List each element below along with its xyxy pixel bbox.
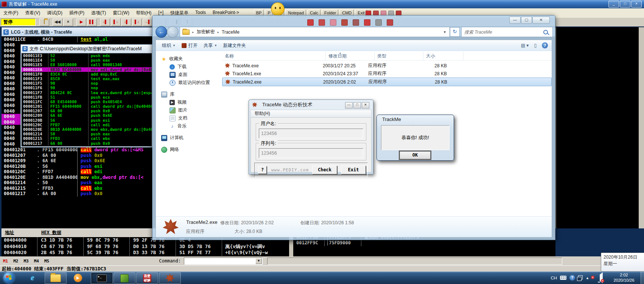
file-disasm-row[interactable]: 000011FB51push ecx xyxy=(22,95,152,99)
toolbar-button[interactable]: ▌↓ xyxy=(111,19,121,26)
navigation-pane[interactable]: ★收藏夹↓下载桌面最近访问的位置库▶视频图片文档♪音乐计算机网络 xyxy=(156,51,219,216)
menu-item[interactable]: 窗口(W) xyxy=(109,10,132,16)
hexdump-row[interactable]: 00404010C8 67 7B 769F 68 79 76D0 13 7B 7… xyxy=(2,244,289,250)
sidebar-item-star[interactable]: ★收藏夹 xyxy=(156,55,219,63)
open-button[interactable]: 打开 xyxy=(182,42,198,49)
sidebar-item[interactable]: 文档 xyxy=(156,114,219,122)
plugin-icon[interactable] xyxy=(330,19,336,26)
file-disasm-row[interactable]: 0000120E8B1D A4404000mov ebx,dword ptr d… xyxy=(22,127,152,132)
breadcrumb-path[interactable]: ▸加密解密▸TraceMe xyxy=(190,29,240,35)
toolbar-button[interactable]: →▌ xyxy=(143,19,152,26)
volume-icon[interactable]: ✕ xyxy=(600,275,603,281)
taskbar-ie-button[interactable]: e xyxy=(22,272,43,283)
dialog-maximize-button[interactable]: □ xyxy=(353,102,361,109)
sidebar-item[interactable]: ♪音乐 xyxy=(156,122,219,130)
help-tray-icon[interactable]: ? xyxy=(569,275,575,281)
file-disasm-row[interactable]: 000012096A 6Epush 0x6E xyxy=(22,113,152,118)
share-button[interactable]: 共享▼ xyxy=(204,42,217,49)
hexdump-row[interactable]: 004040202B 45 7B 765C 39 7B 76D3 33 7B 7… xyxy=(2,250,289,256)
toolbar-button[interactable]: ▌↓ xyxy=(132,19,142,26)
chevron-down-icon[interactable]: ▼ xyxy=(443,30,450,34)
username-field[interactable] xyxy=(259,129,363,138)
memory-tab-m2[interactable]: M2 xyxy=(13,259,18,264)
traceme-dialog[interactable]: TraceMe 动态分析技术 — □ ✕ 帮助(H) 用户名: 序列号: ? w… xyxy=(249,99,373,174)
dialog-menu-help[interactable]: 帮助(H) xyxy=(250,110,372,118)
file-disasm-row[interactable]: 000011E352push edx xyxy=(22,53,152,58)
file-disasm-window[interactable]: D 文件 C:\Users\ppoh\Desktop\加密解密\TraceMe\… xyxy=(20,44,153,147)
help-button[interactable]: ? xyxy=(258,166,267,174)
dialog-close-button[interactable]: ✕ xyxy=(362,102,369,109)
start-button[interactable] xyxy=(3,272,14,283)
column-header-4[interactable]: 大小 xyxy=(423,52,464,60)
menu-item[interactable]: 文件(F) xyxy=(0,10,22,16)
file-row[interactable]: TraceMe2.exe2020/10/26 2:02应用程序28 KB xyxy=(222,78,552,86)
toolbar-button[interactable]: ↓▌ xyxy=(121,19,131,26)
file-disasm-row[interactable]: 000011F690nop xyxy=(22,85,152,90)
forward-button[interactable]: → xyxy=(167,26,179,38)
registers-scrollbar[interactable] xyxy=(639,27,644,228)
file-disasm-row[interactable]: 000011FC68 E4544000push 0x4054E4 xyxy=(22,99,152,104)
restore-windows-icon[interactable] xyxy=(578,275,583,279)
plugin-icon[interactable] xyxy=(364,19,370,26)
explorer-close-button[interactable]: ✕ xyxy=(532,17,550,24)
toolbar-button[interactable]: ▶ xyxy=(76,19,86,26)
preview-pane-icon[interactable]: ▯ xyxy=(534,43,537,48)
taskbar-explorer-button[interactable] xyxy=(45,272,67,284)
sidebar-item-comp[interactable]: 计算机 xyxy=(156,134,219,142)
memory-tab-m4[interactable]: M4 xyxy=(34,259,39,264)
stack-row[interactable]: 0012FF9C│75FD9000 xyxy=(293,240,450,246)
language-indicator[interactable]: CH xyxy=(551,276,557,280)
registers-pane[interactable] xyxy=(555,27,643,228)
organize-button[interactable]: 组织▼ xyxy=(162,42,176,49)
file-row[interactable]: TraceMe1.exe2020/10/24 23:37应用程序28 KB xyxy=(222,70,552,78)
views-icon[interactable]: ▤ ▾ xyxy=(521,43,529,48)
toolbar-button[interactable]: ↓▌ xyxy=(100,19,110,26)
memory-tab-m3[interactable]: M3 xyxy=(24,259,29,264)
taskbar-52pojie-button[interactable]: 吾爱破解 xyxy=(136,272,158,284)
plugin-icon[interactable] xyxy=(341,19,348,26)
search-box[interactable] xyxy=(461,27,553,37)
file-disasm-rows[interactable]: 000011E352push edx000011E450push eax0000… xyxy=(22,53,152,146)
show-desktop-button[interactable] xyxy=(641,272,644,284)
file-row[interactable]: TraceMe.exe2003/1/27 20:25应用程序28 KB xyxy=(222,62,552,70)
file-disasm-row[interactable]: 0000120B56push esi xyxy=(22,118,152,123)
file-disasm-row[interactable]: 000011F78D4C24 0Clea ecx,dword ptr ss:[e… xyxy=(22,90,152,95)
menu-item[interactable]: 选项(T) xyxy=(88,10,109,16)
back-button[interactable]: ← xyxy=(156,26,167,38)
taskbar-console-button[interactable]: ▸_ xyxy=(91,272,113,284)
sidebar-item[interactable]: 最近访问的位置 xyxy=(156,79,219,87)
file-disasm-row[interactable]: 000011F385C0test eax,eax xyxy=(22,76,152,81)
toolbar-button[interactable]: ▌▌ xyxy=(87,19,97,26)
taskbar-traceme-button[interactable] xyxy=(159,272,181,284)
memory-tab-m5[interactable]: M5 xyxy=(44,259,49,264)
ok-button[interactable]: OK xyxy=(400,151,431,159)
menu-item[interactable]: 调试(D) xyxy=(44,10,66,16)
toolbar-button[interactable] xyxy=(39,19,49,26)
menu-item[interactable]: 帮助(H) xyxy=(133,10,155,16)
file-disasm-row[interactable]: 000011E450push eax xyxy=(22,58,152,62)
help-icon[interactable]: ? xyxy=(542,42,548,48)
file-disasm-row[interactable]: 000011E5E8 56010000call 00001340 xyxy=(22,62,152,67)
column-header-3[interactable]: 类型 xyxy=(375,52,423,60)
toolbar-button[interactable]: ◀◀ xyxy=(53,19,62,26)
explorer-maximize-button[interactable]: ▢ xyxy=(521,17,532,24)
serial-field[interactable] xyxy=(259,148,363,158)
taskbar-greenapp-button[interactable] xyxy=(114,272,135,284)
file-disasm-row[interactable]: 0000121450push eax xyxy=(22,132,152,136)
file-disasm-titlebar[interactable]: D 文件 C:\Users\ppoh\Desktop\加密解密\TraceMe\… xyxy=(21,45,152,53)
column-header-1[interactable]: 名称 xyxy=(222,52,326,60)
plugin-icon[interactable] xyxy=(387,19,393,26)
file-disasm-row[interactable]: 000011F083C4 0Cadd esp,0xC xyxy=(22,72,152,76)
file-disasm-row[interactable]: 000012176A 00push 0x0 xyxy=(22,141,152,146)
taskbar-clock[interactable]: 2:02 2020/10/26 xyxy=(608,272,640,283)
column-header-2[interactable]: 修改日期 xyxy=(326,52,375,60)
file-list-header[interactable]: 名称修改日期类型大小▴ xyxy=(222,52,552,61)
file-disasm-row[interactable]: 000011EA8B3D BC404000mov edi,dword ptr d… xyxy=(22,67,152,72)
toolbar-button[interactable]: × xyxy=(63,19,73,26)
file-disasm-row[interactable]: 0000120CFFD7call edi xyxy=(22,123,152,127)
sidebar-item-net[interactable]: 网络 xyxy=(156,146,219,154)
taskbar-mediaplayer-button[interactable]: ▶ xyxy=(67,272,89,283)
file-disasm-row[interactable]: 000011F590nop xyxy=(22,81,152,85)
refresh-button[interactable]: ↻ xyxy=(450,27,460,37)
menu-item[interactable]: 插件(P) xyxy=(66,10,88,16)
